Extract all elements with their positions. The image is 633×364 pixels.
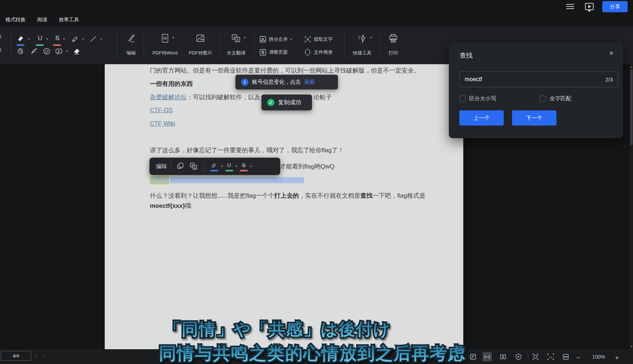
toolbar-divider [254,32,254,58]
find-panel: 查找 × moectf 2/3 区分大小写 全字匹配 上一个 下一个 [449,43,623,138]
toolbar-divider [344,32,344,58]
line-dropdown-caret[interactable]: ▾ [100,38,102,41]
refresh-link[interactable]: 刷新 [304,79,315,85]
whole-word-checkbox[interactable]: 全字匹配 [540,95,571,102]
svg-text:文: 文 [194,166,196,169]
vertical-scrollbar[interactable]: ▲ ▼ [630,64,633,349]
fit-width-icon[interactable] [561,352,571,361]
checkbox-icon[interactable] [540,96,546,102]
full-translate-button[interactable]: A文 ▾ 全文翻译 [222,31,250,60]
popup-highlight-icon[interactable] [210,162,219,171]
toolbar-divider [117,32,117,58]
extract-text-button[interactable]: A 提取文字 [304,35,333,44]
single-page-view-icon[interactable] [482,352,492,361]
strikethrough-tool-icon[interactable]: S [53,35,62,44]
doc-paragraph: 讲了这么多，好像忘记了一件重要的事儿，哦对了，我忘了给你flag了！ [150,146,344,154]
account-change-toast: i 账号信息变化，点击 刷新 [235,75,338,89]
zoom-level[interactable]: 100% [592,354,605,360]
zoom-out-button[interactable]: − [576,354,580,362]
menu-bar: 格式转换 阅读 效率工具 [0,13,633,27]
pen-tool-icon[interactable] [71,35,80,44]
doc-paragraph-flag-2: moectf{xxx}哦 [150,202,191,210]
presentation-mode-icon[interactable] [585,3,594,10]
adjust-page-button[interactable]: 调整页面 [259,48,288,57]
actual-size-icon[interactable]: 1:1 [546,352,555,361]
text-selection-highlight[interactable] [150,177,304,183]
yellow-highlight-chunk [150,176,169,184]
popup-edit-button[interactable]: 编辑 [156,163,167,170]
quill-signature-icon[interactable] [30,47,39,56]
line-tool-icon[interactable] [89,35,98,44]
scrollbar-thumb[interactable] [630,69,633,145]
pdf-to-word-button[interactable]: W ▾ PDF转Word [147,31,183,60]
toolbar-divider [144,32,144,58]
next-page-chevron[interactable]: › [35,351,37,359]
comment-add-icon[interactable] [55,47,64,56]
doc-link-52pojie[interactable]: 吾爱破解论坛 [150,94,187,101]
close-icon[interactable]: × [609,49,614,57]
app-window: 分享 格式转换 阅读 效率工具 译 转 ▾ U ▾ S ▾ ▾ ▾ [0,0,633,364]
slim-file-button[interactable]: 文件瘦身 [304,48,333,57]
popup-underline-icon[interactable]: U [225,162,234,171]
share-button[interactable]: 分享 [602,1,628,12]
case-sensitive-checkbox[interactable]: 区分大小写 [459,95,496,102]
zoom-in-button[interactable]: + [615,354,619,362]
match-counter: 2/3 [605,76,613,83]
svg-text:A: A [307,38,309,41]
svg-text:1:1: 1:1 [549,356,553,359]
checkbox-icon[interactable] [459,96,465,102]
strikethrough-dropdown-caret[interactable]: ▾ [63,38,65,41]
free-draw-icon[interactable] [17,47,26,56]
scroll-down-icon[interactable]: ▼ [630,345,633,348]
play-read-mode-icon[interactable] [514,352,523,361]
popup-highlight-caret[interactable]: ▾ [221,165,223,168]
doc-text-line: 门的官方网站。但是有一些商业软件是要付费的，可以到一些网站上寻找破解版，但是不一… [150,66,420,75]
underline-tool-icon[interactable]: U [35,35,45,44]
toolbar-divider [10,32,11,58]
page-background-icon[interactable] [468,352,478,361]
doc-link-line: 吾爱破解论坛：可以找到破解软件，以及一些 [150,93,273,101]
search-query: moectf [465,76,605,83]
toolbar-divider [219,32,220,58]
doc-link-ctf-os[interactable]: CTF-OS [150,107,173,114]
search-input[interactable]: moectf 2/3 [459,71,618,87]
print-button[interactable]: 打印 [383,31,404,60]
eraser-icon[interactable] [72,47,82,56]
scroll-up-icon[interactable]: ▲ [630,65,633,69]
last-page-chevron[interactable]: › [43,351,45,359]
status-bar: 4/4 › › 1:1 − 100% + [0,349,633,364]
highlight-tool-icon[interactable] [17,35,26,44]
emoji-stamp-icon[interactable] [42,47,52,56]
menu-efficiency-tools[interactable]: 效率工具 [59,17,79,23]
popup-strikethrough-icon[interactable]: S [239,162,248,171]
hamburger-menu-icon[interactable] [566,4,574,9]
svg-text:文: 文 [236,38,239,41]
doc-heading: 一些有用的东西 [150,80,193,88]
underline-dropdown-caret[interactable]: ▾ [46,38,48,41]
crop-page-icon[interactable] [453,352,463,361]
split-merge-button[interactable]: 拆分合并▾ [259,35,292,44]
doc-link-ctf-wiki[interactable]: CTF Wiki [150,120,175,127]
pdf-to-image-button[interactable]: PDF转图片 [184,31,217,60]
translate-icon[interactable]: A文 [190,162,198,171]
highlight-dropdown-caret[interactable]: ▾ [28,38,30,41]
menu-format-convert[interactable]: 格式转换 [5,17,26,23]
fullscreen-icon[interactable] [531,352,540,361]
copy-success-toast: ✓ 复制成功 [261,95,312,110]
find-next-button[interactable]: 下一个 [512,110,556,126]
find-previous-button[interactable]: 上一个 [459,110,504,126]
toast-text: 账号信息变化，点击 [252,79,301,85]
copy-icon[interactable] [177,162,185,171]
comment-dropdown-caret[interactable]: ▾ [66,50,68,53]
page-indicator[interactable]: 4/4 [1,351,31,361]
toast-text: 复制成功 [278,99,301,106]
edit-pdf-button[interactable]: 编辑 [121,31,142,60]
pen-dropdown-caret[interactable]: ▾ [82,38,84,41]
find-panel-title: 查找 [460,51,473,60]
two-page-view-icon[interactable] [498,352,508,361]
menu-read[interactable]: 阅读 [37,17,47,23]
popup-underline-caret[interactable]: ▾ [236,165,238,168]
popup-strikethrough-caret[interactable]: ▾ [250,165,252,168]
quick-tools-button[interactable]: ▾ 快捷工具 [347,31,377,60]
title-bar: 分享 [0,0,633,13]
